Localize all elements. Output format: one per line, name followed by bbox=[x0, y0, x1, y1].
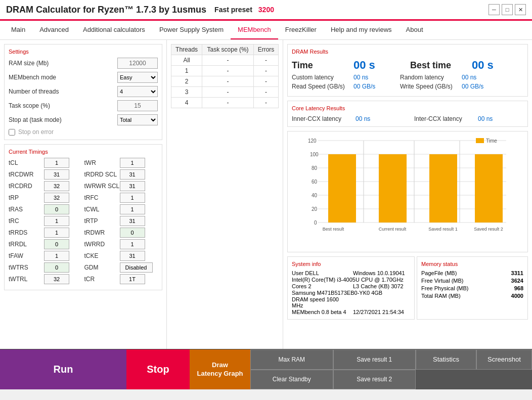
timing-label: tWTRS bbox=[9, 264, 44, 271]
stop-at-select[interactable]: Total Per thread bbox=[117, 114, 158, 125]
timing-row: tCKE bbox=[84, 251, 158, 261]
sys-cores: Cores 2 bbox=[292, 283, 349, 289]
sys-os: Windows 10.0.19041 bbox=[353, 270, 410, 276]
restore-button[interactable]: □ bbox=[502, 4, 513, 15]
right-button-group: Max RAM Save result 1 Statistics Screens… bbox=[250, 349, 532, 389]
timing-input[interactable] bbox=[44, 169, 69, 180]
memory-status-section: Memory status PageFile (MB)3311Free Virt… bbox=[417, 256, 528, 320]
max-ram-button[interactable]: Max RAM bbox=[250, 349, 333, 370]
statistics-button[interactable]: Statistics bbox=[416, 349, 476, 370]
timing-row: tCWL bbox=[84, 204, 158, 214]
save-result1-button[interactable]: Save result 1 bbox=[333, 349, 416, 370]
core-latency-row: Inner-CCX latency 00 ns Inter-CCX latenc… bbox=[292, 115, 523, 122]
mem-label: Total RAM (MB) bbox=[421, 293, 461, 299]
nav-help[interactable]: Help and my reviews bbox=[324, 21, 399, 39]
cell-errors: - bbox=[254, 55, 279, 66]
cell-thread: 2 bbox=[171, 76, 202, 87]
timing-input[interactable] bbox=[44, 216, 69, 226]
ram-size-row: RAM size (Mb) bbox=[9, 58, 158, 69]
mem-value: 4000 bbox=[511, 293, 523, 299]
nav-additional[interactable]: Additional calculators bbox=[76, 21, 152, 39]
timing-label: tWTRL bbox=[9, 276, 44, 283]
read-speed-label: Read Speed (GB/s) bbox=[292, 83, 347, 90]
ram-size-input[interactable] bbox=[117, 58, 158, 69]
timing-input[interactable] bbox=[120, 262, 153, 273]
nav-about[interactable]: About bbox=[399, 21, 430, 39]
close-button[interactable]: ✕ bbox=[515, 4, 526, 15]
middle-panel: Threads Task scope (%) Errors All--1--2-… bbox=[167, 40, 283, 349]
timing-input[interactable] bbox=[120, 204, 145, 214]
timing-row: tWTRS bbox=[9, 262, 82, 273]
nav-freezkiller[interactable]: FreezKiller bbox=[278, 21, 324, 39]
dram-results: DRAM Results Time 00 s Best time 00 s Cu… bbox=[287, 44, 528, 97]
svg-text:100: 100 bbox=[310, 152, 319, 157]
timing-input[interactable] bbox=[120, 158, 145, 168]
timing-input[interactable] bbox=[120, 274, 145, 284]
screenshot-button[interactable]: Screenshot bbox=[476, 349, 532, 370]
timing-input[interactable] bbox=[120, 216, 145, 226]
threads-select[interactable]: 4 1 2 8 bbox=[117, 86, 158, 97]
svg-text:40: 40 bbox=[312, 193, 318, 198]
timing-row: tRC bbox=[9, 216, 82, 226]
task-scope-label: Task scope (%) bbox=[9, 102, 117, 109]
stop-button[interactable]: Stop bbox=[126, 349, 190, 389]
timing-input[interactable] bbox=[44, 251, 69, 261]
timing-row: tFAW bbox=[9, 251, 82, 261]
cell-thread: 3 bbox=[171, 87, 202, 98]
memory-row: PageFile (MB)3311 bbox=[421, 270, 523, 276]
bar-chart: 120 100 80 60 40 20 0 bbox=[292, 136, 523, 247]
minimize-button[interactable]: ─ bbox=[489, 4, 500, 15]
clear-standby-button[interactable]: Clear Standby bbox=[250, 370, 333, 390]
timing-input[interactable] bbox=[120, 251, 145, 261]
draw-graph-button[interactable]: DrawLatency Graph bbox=[190, 349, 250, 389]
timing-label: tRFC bbox=[84, 194, 120, 201]
svg-text:20: 20 bbox=[312, 206, 318, 212]
timing-input[interactable] bbox=[44, 262, 69, 273]
timing-input[interactable] bbox=[44, 239, 69, 249]
svg-text:Saved result 2: Saved result 2 bbox=[474, 227, 503, 232]
mode-row: MEMbench mode Easy Hard bbox=[9, 72, 158, 83]
table-row: 4-- bbox=[171, 98, 279, 108]
write-speed-label: Write Speed (GB/s) bbox=[400, 83, 456, 90]
timing-label: tRC bbox=[9, 217, 44, 225]
timing-input[interactable] bbox=[44, 228, 69, 238]
inner-ccx-value: 00 ns bbox=[356, 115, 386, 122]
threads-label: Number of threads bbox=[9, 88, 117, 95]
memory-status-title: Memory status bbox=[421, 261, 523, 267]
timing-input[interactable] bbox=[120, 181, 145, 191]
chart-legend-color bbox=[476, 138, 484, 143]
save-result2-button[interactable]: Save result 2 bbox=[333, 370, 416, 390]
run-button[interactable]: Run bbox=[0, 349, 126, 389]
timing-input[interactable] bbox=[120, 169, 145, 180]
timing-row: tRRDL bbox=[9, 239, 82, 249]
timing-label: tCL bbox=[9, 159, 44, 166]
bar-best bbox=[328, 154, 356, 223]
random-latency-label: Random latency bbox=[400, 74, 456, 81]
timing-input[interactable] bbox=[44, 274, 69, 284]
bottom-btn-row: Clear Standby Save result 2 bbox=[250, 370, 532, 390]
timing-input[interactable] bbox=[44, 181, 69, 191]
timing-label: tRRDL bbox=[9, 241, 44, 248]
timing-input[interactable] bbox=[44, 204, 69, 214]
svg-text:60: 60 bbox=[312, 179, 318, 185]
timing-row: tRFC bbox=[84, 193, 158, 203]
timing-input[interactable] bbox=[120, 228, 145, 238]
sys-ram: Samsung M471B5173EB0-YK0 4GB bbox=[292, 290, 410, 296]
task-scope-input[interactable] bbox=[117, 100, 158, 111]
nav-membench[interactable]: MEMbench bbox=[231, 21, 278, 39]
sys-date: 12/27/2021 21:54:34 bbox=[353, 309, 410, 315]
svg-text:Best result: Best result bbox=[323, 227, 344, 232]
timing-input[interactable] bbox=[44, 158, 69, 168]
col-scope: Task scope (%) bbox=[202, 45, 254, 55]
timing-label: tRCDRD bbox=[9, 183, 44, 190]
timing-input[interactable] bbox=[120, 193, 145, 203]
stop-on-error-checkbox[interactable] bbox=[9, 129, 15, 136]
timing-input[interactable] bbox=[120, 239, 145, 249]
nav-advanced[interactable]: Advanced bbox=[32, 21, 76, 39]
timing-row: tRCDWR bbox=[9, 169, 82, 180]
nav-main[interactable]: Main bbox=[4, 21, 32, 39]
mode-select[interactable]: Easy Hard bbox=[117, 72, 158, 83]
nav-psu[interactable]: Power Supply System bbox=[152, 21, 231, 39]
timing-input[interactable] bbox=[44, 193, 69, 203]
svg-text:0: 0 bbox=[314, 220, 317, 226]
